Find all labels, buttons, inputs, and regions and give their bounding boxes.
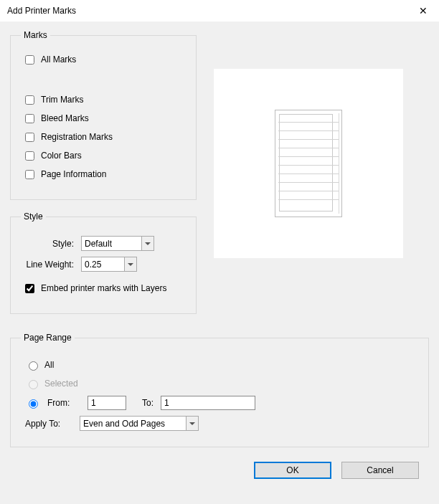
page-range-group: Page Range All Selected From: To: Apply … <box>10 333 429 447</box>
cancel-button[interactable]: Cancel <box>341 462 419 479</box>
page-information-label: Page Information <box>41 169 106 179</box>
titlebar: Add Printer Marks ✕ <box>0 0 439 22</box>
from-input[interactable] <box>88 396 126 410</box>
page-range-selected-label: Selected <box>44 379 78 389</box>
page-range-all-label: All <box>44 360 54 370</box>
all-marks-checkbox[interactable] <box>25 55 34 65</box>
lineweight-select-value: 0.25 <box>85 260 101 270</box>
color-bars-label: Color Bars <box>41 151 82 161</box>
color-bars-checkbox[interactable] <box>25 151 34 161</box>
preview-panel <box>214 69 429 258</box>
apply-to-label: Apply To: <box>25 419 72 429</box>
ok-button[interactable]: OK <box>254 462 331 479</box>
apply-to-value: Even and Odd Pages <box>83 419 165 429</box>
lineweight-label: Line Weight: <box>21 260 81 270</box>
trim-marks-checkbox[interactable] <box>25 95 34 105</box>
style-legend: Style <box>21 211 46 222</box>
embed-layers-label: Embed printer marks with Layers <box>41 283 166 293</box>
style-group: Style Style: Default Line Weight: 0.25 <box>10 211 197 314</box>
registration-marks-checkbox[interactable] <box>25 133 34 142</box>
window-title: Add Printer Marks <box>7 6 76 16</box>
bleed-marks-checkbox[interactable] <box>25 114 34 123</box>
page-information-checkbox[interactable] <box>25 170 34 179</box>
preview-document <box>275 110 342 217</box>
style-select[interactable]: Default <box>81 236 154 251</box>
dialog-content: Marks All Marks Trim Marks Bleed Marks R… <box>0 22 439 486</box>
embed-layers-checkbox[interactable] <box>25 284 34 293</box>
preview-background <box>214 69 403 258</box>
chevron-down-icon <box>124 257 136 271</box>
button-bar: OK Cancel <box>10 459 429 479</box>
page-range-legend: Page Range <box>21 333 75 343</box>
page-range-all-radio[interactable] <box>29 361 38 371</box>
chevron-down-icon <box>141 237 154 250</box>
from-label: From: <box>47 398 80 408</box>
style-label: Style: <box>21 239 81 249</box>
ok-button-label: OK <box>286 465 298 475</box>
trim-marks-label: Trim Marks <box>41 95 84 105</box>
close-icon[interactable]: ✕ <box>407 0 439 22</box>
registration-marks-label: Registration Marks <box>41 132 113 142</box>
apply-to-select[interactable]: Even and Odd Pages <box>80 416 199 431</box>
style-select-value: Default <box>85 239 112 249</box>
to-label: To: <box>133 398 154 408</box>
bleed-marks-label: Bleed Marks <box>41 113 89 123</box>
cancel-button-label: Cancel <box>367 465 393 475</box>
chevron-down-icon <box>186 417 198 430</box>
to-input[interactable] <box>161 396 255 410</box>
page-range-selected-radio <box>29 380 38 389</box>
page-range-from-radio[interactable] <box>29 399 38 409</box>
lineweight-select[interactable]: 0.25 <box>81 257 137 272</box>
marks-legend: Marks <box>21 30 50 40</box>
all-marks-label: All Marks <box>41 54 76 65</box>
marks-group: Marks All Marks Trim Marks Bleed Marks R… <box>10 30 197 200</box>
